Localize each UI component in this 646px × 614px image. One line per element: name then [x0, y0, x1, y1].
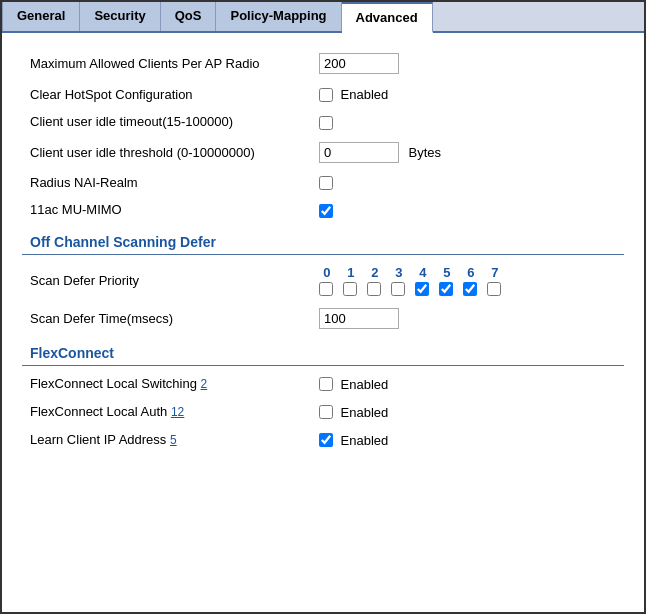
- radius-nai-checkbox[interactable]: [319, 176, 333, 190]
- priority-num-6: 6: [463, 265, 479, 280]
- priority-num-1: 1: [343, 265, 359, 280]
- priority-checkboxes: [319, 282, 505, 296]
- scan-defer-priority-label: Scan Defer Priority: [22, 259, 311, 302]
- radius-nai-row: Radius NAI-Realm: [22, 169, 624, 197]
- priority-check-1[interactable]: [343, 282, 357, 296]
- priority-check-2[interactable]: [367, 282, 381, 296]
- learn-client-ip-label: Learn Client IP Address: [30, 432, 166, 447]
- learn-client-ip-row: Learn Client IP Address 5 Enabled: [22, 426, 624, 454]
- scan-defer-time-row: Scan Defer Time(msecs): [22, 302, 624, 335]
- mimo-row: 11ac MU-MIMO: [22, 196, 624, 224]
- radius-nai-label: Radius NAI-Realm: [22, 169, 311, 197]
- tab-security[interactable]: Security: [80, 2, 160, 31]
- bytes-label: Bytes: [409, 145, 442, 160]
- priority-check-5[interactable]: [439, 282, 453, 296]
- flex-local-switching-checkbox[interactable]: [319, 377, 333, 391]
- flex-local-switching-label-cell: FlexConnect Local Switching 2: [22, 370, 311, 398]
- client-idle-timeout-label: Client user idle timeout(15-100000): [22, 108, 311, 136]
- tab-advanced[interactable]: Advanced: [342, 2, 433, 33]
- clear-hotspot-enabled-label: Enabled: [341, 87, 389, 102]
- learn-client-ip-link[interactable]: 5: [170, 433, 177, 447]
- flex-local-auth-link[interactable]: 12: [171, 405, 184, 419]
- priority-check-0[interactable]: [319, 282, 333, 296]
- flex-local-auth-enabled-label: Enabled: [341, 405, 389, 420]
- priority-container: 0 1 2 3 4 5 6 7: [319, 265, 616, 296]
- priority-num-3: 3: [391, 265, 407, 280]
- flex-local-auth-row: FlexConnect Local Auth 12 Enabled: [22, 398, 624, 426]
- content-area: Maximum Allowed Clients Per AP Radio Cle…: [2, 33, 644, 468]
- max-clients-row: Maximum Allowed Clients Per AP Radio: [22, 47, 624, 80]
- scan-defer-time-label: Scan Defer Time(msecs): [22, 302, 311, 335]
- learn-client-ip-checkbox[interactable]: [319, 433, 333, 447]
- scan-defer-priority-row: Scan Defer Priority 0 1 2 3 4 5 6: [22, 259, 624, 302]
- client-idle-threshold-row: Client user idle threshold (0-10000000) …: [22, 136, 624, 169]
- learn-client-ip-enabled-label: Enabled: [341, 433, 389, 448]
- scan-defer-time-input[interactable]: [319, 308, 399, 329]
- clear-hotspot-label: Clear HotSpot Configuration: [22, 80, 311, 108]
- scan-defer-time-value-cell: [311, 302, 624, 335]
- priority-numbers: 0 1 2 3 4 5 6 7: [319, 265, 503, 280]
- clear-hotspot-checkbox[interactable]: [319, 88, 333, 102]
- tab-policy-mapping[interactable]: Policy-Mapping: [216, 2, 341, 31]
- tab-qos[interactable]: QoS: [161, 2, 217, 31]
- learn-client-ip-label-cell: Learn Client IP Address 5: [22, 426, 311, 454]
- flex-local-switching-value-cell: Enabled: [311, 370, 624, 398]
- client-idle-timeout-value-cell: [311, 108, 624, 136]
- max-clients-value-cell: [311, 47, 624, 80]
- priority-check-7[interactable]: [487, 282, 501, 296]
- priority-check-6[interactable]: [463, 282, 477, 296]
- client-idle-threshold-value-cell: Bytes: [311, 136, 624, 169]
- client-idle-threshold-input[interactable]: [319, 142, 399, 163]
- priority-num-5: 5: [439, 265, 455, 280]
- priority-num-0: 0: [319, 265, 335, 280]
- clear-hotspot-row: Clear HotSpot Configuration Enabled: [22, 80, 624, 108]
- priority-check-4[interactable]: [415, 282, 429, 296]
- mimo-value-cell: [311, 196, 624, 224]
- learn-client-ip-value-cell: Enabled: [311, 426, 624, 454]
- priority-num-2: 2: [367, 265, 383, 280]
- tab-general[interactable]: General: [2, 2, 80, 31]
- max-clients-input[interactable]: [319, 53, 399, 74]
- scan-defer-priority-value-cell: 0 1 2 3 4 5 6 7: [311, 259, 624, 302]
- mimo-checkbox[interactable]: [319, 204, 333, 218]
- flex-local-switching-link[interactable]: 2: [201, 377, 208, 391]
- priority-check-3[interactable]: [391, 282, 405, 296]
- flexconnect-header: FlexConnect: [22, 335, 624, 366]
- max-clients-label: Maximum Allowed Clients Per AP Radio: [22, 47, 311, 80]
- off-channel-table: Scan Defer Priority 0 1 2 3 4 5 6: [22, 259, 624, 335]
- settings-table: Maximum Allowed Clients Per AP Radio Cle…: [22, 47, 624, 224]
- clear-hotspot-value-cell: Enabled: [311, 80, 624, 108]
- flex-local-auth-label: FlexConnect Local Auth: [30, 404, 167, 419]
- page-wrapper: General Security QoS Policy-Mapping Adva…: [0, 0, 646, 614]
- flex-local-switching-row: FlexConnect Local Switching 2 Enabled: [22, 370, 624, 398]
- tab-bar: General Security QoS Policy-Mapping Adva…: [2, 2, 644, 33]
- flex-local-auth-value-cell: Enabled: [311, 398, 624, 426]
- client-idle-threshold-label: Client user idle threshold (0-10000000): [22, 136, 311, 169]
- mimo-label: 11ac MU-MIMO: [22, 196, 311, 224]
- flex-local-switching-label: FlexConnect Local Switching: [30, 376, 197, 391]
- off-channel-header: Off Channel Scanning Defer: [22, 224, 624, 255]
- flex-local-auth-label-cell: FlexConnect Local Auth 12: [22, 398, 311, 426]
- priority-num-4: 4: [415, 265, 431, 280]
- priority-num-7: 7: [487, 265, 503, 280]
- radius-nai-value-cell: [311, 169, 624, 197]
- flex-local-auth-checkbox[interactable]: [319, 405, 333, 419]
- client-idle-timeout-checkbox[interactable]: [319, 116, 333, 130]
- flex-local-switching-enabled-label: Enabled: [341, 377, 389, 392]
- flexconnect-table: FlexConnect Local Switching 2 Enabled Fl…: [22, 370, 624, 454]
- client-idle-timeout-row: Client user idle timeout(15-100000): [22, 108, 624, 136]
